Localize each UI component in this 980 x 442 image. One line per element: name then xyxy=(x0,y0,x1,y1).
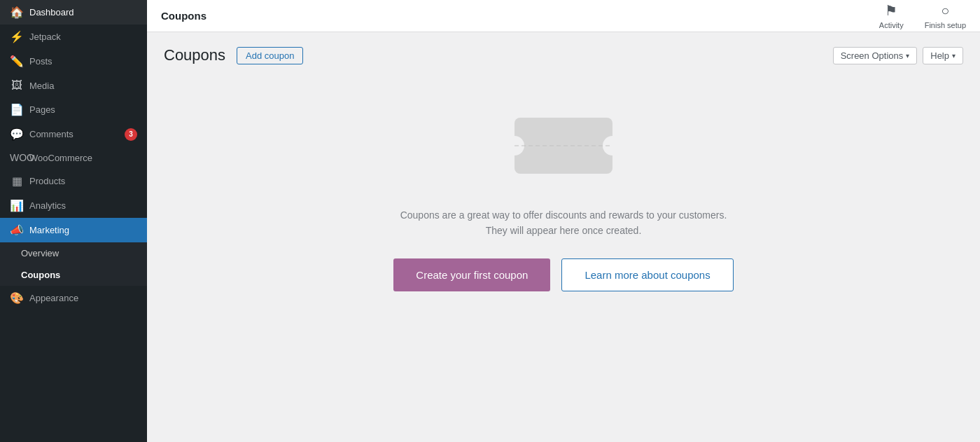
marketing-submenu: Overview Coupons xyxy=(0,242,147,286)
page-title: Coupons xyxy=(164,46,225,64)
sidebar-label-dashboard: Dashboard xyxy=(29,7,137,18)
sidebar-item-media[interactable]: 🖼 Media xyxy=(0,74,147,97)
topbar-title: Coupons xyxy=(161,10,206,22)
jetpack-icon: ⚡ xyxy=(10,30,24,43)
products-icon: ▦ xyxy=(10,174,24,188)
help-chevron-icon: ▾ xyxy=(952,52,955,60)
add-coupon-button[interactable]: Add coupon xyxy=(237,47,303,64)
pages-icon: 📄 xyxy=(10,103,24,116)
appearance-icon: 🎨 xyxy=(10,291,24,305)
comments-icon: 💬 xyxy=(10,127,24,141)
screen-options-chevron-icon: ▾ xyxy=(906,52,909,60)
sidebar-label-products: Products xyxy=(29,176,137,186)
help-label: Help xyxy=(930,50,949,61)
sidebar-label-posts: Posts xyxy=(29,56,137,67)
create-first-coupon-button[interactable]: Create your first coupon xyxy=(393,258,550,291)
sidebar: 🏠 Dashboard ⚡ Jetpack ✏️ Posts 🖼 Media 📄… xyxy=(0,0,147,442)
posts-icon: ✏️ xyxy=(10,55,24,68)
activity-button[interactable]: ⚑ Activity xyxy=(879,2,904,29)
sidebar-label-media: Media xyxy=(29,81,137,91)
dashboard-icon: 🏠 xyxy=(10,6,24,19)
sidebar-item-woocommerce[interactable]: WOO WooCommerce xyxy=(0,146,147,169)
empty-state-description: Coupons are a great way to offer discoun… xyxy=(396,207,732,239)
finish-setup-label: Finish setup xyxy=(925,21,966,29)
comments-badge: 3 xyxy=(125,128,137,141)
screen-options-button[interactable]: Screen Options ▾ xyxy=(833,47,918,64)
page-header-right: Screen Options ▾ Help ▾ xyxy=(833,47,963,64)
page-header: Coupons Add coupon Screen Options ▾ Help… xyxy=(164,46,963,64)
help-button[interactable]: Help ▾ xyxy=(923,47,963,64)
sidebar-item-marketing[interactable]: 📣 Marketing xyxy=(0,218,147,242)
coupon-illustration xyxy=(507,104,620,188)
sidebar-label-woocommerce: WooCommerce xyxy=(29,153,137,163)
sidebar-label-overview: Overview xyxy=(21,248,137,258)
empty-state: Coupons are a great way to offer discoun… xyxy=(164,76,963,305)
sidebar-subitem-coupons[interactable]: Coupons xyxy=(0,264,147,286)
sidebar-label-pages: Pages xyxy=(29,104,137,115)
cta-buttons: Create your first coupon Learn more abou… xyxy=(393,258,733,291)
sidebar-item-pages[interactable]: 📄 Pages xyxy=(0,97,147,122)
topbar: Coupons ⚑ Activity ○ Finish setup xyxy=(147,0,980,32)
sidebar-label-coupons-sub: Coupons xyxy=(21,270,137,280)
sidebar-label-comments: Comments xyxy=(29,129,119,139)
activity-label: Activity xyxy=(879,21,904,29)
sidebar-item-analytics[interactable]: 📊 Analytics xyxy=(0,193,147,218)
activity-icon: ⚑ xyxy=(885,2,897,19)
marketing-expand-arrow xyxy=(143,226,147,235)
sidebar-item-products[interactable]: ▦ Products xyxy=(0,169,147,193)
sidebar-label-analytics: Analytics xyxy=(29,200,137,211)
sidebar-subitem-overview[interactable]: Overview xyxy=(0,242,147,264)
media-icon: 🖼 xyxy=(10,79,24,92)
sidebar-item-jetpack[interactable]: ⚡ Jetpack xyxy=(0,25,147,49)
analytics-icon: 📊 xyxy=(10,199,24,212)
main-area: Coupons ⚑ Activity ○ Finish setup Coupon… xyxy=(147,0,980,442)
sidebar-label-jetpack: Jetpack xyxy=(29,32,137,42)
sidebar-item-comments[interactable]: 💬 Comments 3 xyxy=(0,122,147,146)
finish-setup-button[interactable]: ○ Finish setup xyxy=(925,3,966,29)
sidebar-item-dashboard[interactable]: 🏠 Dashboard xyxy=(0,0,147,25)
sidebar-item-appearance[interactable]: 🎨 Appearance xyxy=(0,286,147,310)
learn-more-coupons-button[interactable]: Learn more about coupons xyxy=(561,258,733,291)
content-area: Coupons Add coupon Screen Options ▾ Help… xyxy=(147,32,980,442)
screen-options-label: Screen Options xyxy=(841,50,904,61)
finish-setup-icon: ○ xyxy=(941,3,949,19)
page-header-left: Coupons Add coupon xyxy=(164,46,303,64)
woocommerce-icon: WOO xyxy=(10,152,24,163)
marketing-icon: 📣 xyxy=(10,223,24,237)
topbar-right: ⚑ Activity ○ Finish setup xyxy=(879,2,966,29)
sidebar-label-marketing: Marketing xyxy=(29,225,137,235)
sidebar-label-appearance: Appearance xyxy=(29,293,137,303)
sidebar-item-posts[interactable]: ✏️ Posts xyxy=(0,49,147,74)
